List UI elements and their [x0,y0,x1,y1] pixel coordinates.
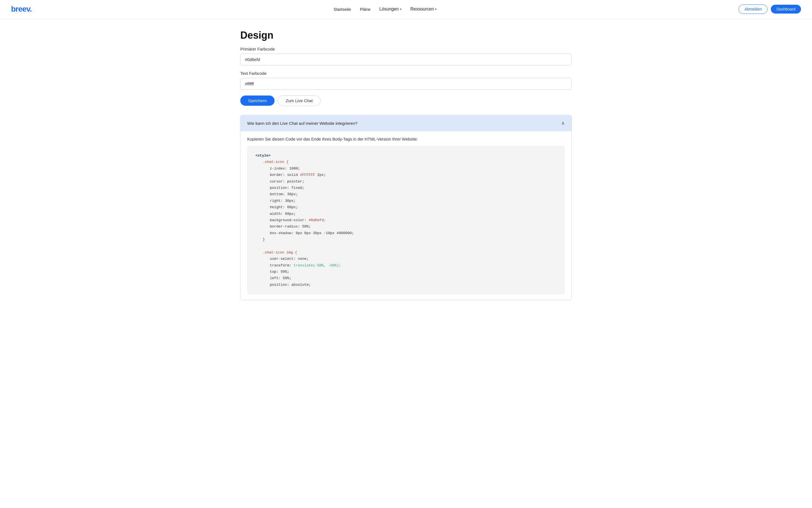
action-buttons-row: Speichern Zum Live Chat [240,95,572,106]
abmelden-button[interactable]: Abmelden [738,4,768,14]
accordion-description: Kopieren Sie diesen Code vor das Ende Ih… [247,137,565,141]
accordion-body: Kopieren Sie diesen Code vor das Ende Ih… [241,131,571,300]
navbar: breev. Startseite Pläne Lösungen ▾ Resso… [0,0,812,18]
accordion-header[interactable]: Wie kann ich den Live Chat auf meiner We… [241,115,571,131]
primary-color-label: Primärer Farbcode [240,47,572,51]
chevron-down-icon: ▾ [435,7,437,11]
code-block: <style> .chat-icon { z-index: 1000; bord… [247,146,565,295]
chevron-up-icon: ∧ [561,120,565,126]
text-color-label: Text Farbcode [240,71,572,76]
integration-accordion: Wie kann ich den Live Chat auf meiner We… [240,115,572,300]
accordion-header-text: Wie kann ich den Live Chat auf meiner We… [247,121,357,126]
logo: breev. [11,5,32,13]
main-content: Design Primärer Farbcode Text Farbcode S… [227,18,585,311]
nav-plaene[interactable]: Pläne [360,7,370,12]
nav-links: Startseite Pläne Lösungen ▾ Ressourcen ▾ [334,7,437,12]
page-title: Design [240,30,572,41]
chevron-down-icon: ▾ [400,7,402,11]
nav-right-buttons: Abmelden Dashboard [738,4,801,14]
primary-color-input[interactable] [240,53,572,66]
text-color-input[interactable] [240,78,572,90]
save-button[interactable]: Speichern [240,95,275,106]
dashboard-button[interactable]: Dashboard [771,5,801,13]
nav-startseite[interactable]: Startseite [334,7,351,12]
livechat-button[interactable]: Zum Live Chat [278,95,321,106]
nav-ressourcen[interactable]: Ressourcen ▾ [410,7,437,12]
nav-loesungen[interactable]: Lösungen ▾ [379,7,401,12]
